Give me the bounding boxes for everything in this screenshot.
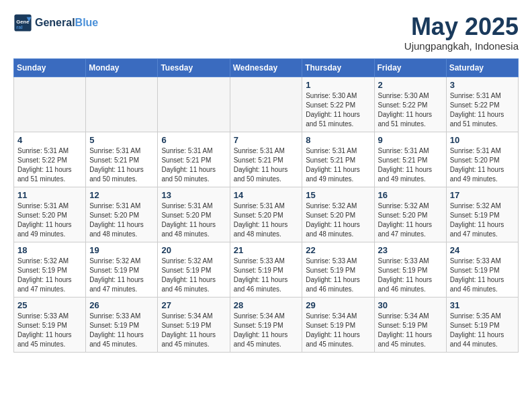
calendar-cell: 13Sunrise: 5:31 AMSunset: 5:20 PMDayligh… [158,187,230,242]
day-info: Sunrise: 5:32 AMSunset: 5:19 PMDaylight:… [161,257,226,294]
day-info: Sunrise: 5:33 AMSunset: 5:19 PMDaylight:… [17,312,82,349]
calendar-cell: 10Sunrise: 5:31 AMSunset: 5:20 PMDayligh… [446,132,518,187]
calendar-cell: 11Sunrise: 5:31 AMSunset: 5:20 PMDayligh… [14,187,86,242]
logo-icon: Gene ral [13,13,32,32]
day-info: Sunrise: 5:30 AMSunset: 5:22 PMDaylight:… [306,91,370,129]
weekday-header-row: SundayMondayTuesdayWednesdayThursdayFrid… [14,58,519,77]
calendar-cell: 7Sunrise: 5:31 AMSunset: 5:21 PMDaylight… [230,132,302,187]
day-number: 21 [234,245,299,255]
calendar-cell [230,77,302,132]
day-number: 30 [378,300,443,310]
calendar-cell: 26Sunrise: 5:33 AMSunset: 5:19 PMDayligh… [86,297,158,352]
day-info: Sunrise: 5:31 AMSunset: 5:21 PMDaylight:… [306,146,370,184]
calendar-cell: 2Sunrise: 5:30 AMSunset: 5:22 PMDaylight… [374,77,446,132]
calendar-cell: 14Sunrise: 5:31 AMSunset: 5:20 PMDayligh… [230,187,302,242]
day-info: Sunrise: 5:33 AMSunset: 5:19 PMDaylight:… [306,257,370,294]
day-number: 22 [306,245,370,255]
day-number: 28 [234,300,299,310]
month-title: May 2025 [404,13,519,40]
weekday-friday: Friday [374,58,446,77]
logo-blue: Blue [75,17,99,28]
logo-general: General [35,17,75,28]
day-number: 14 [234,190,299,200]
day-info: Sunrise: 5:34 AMSunset: 5:19 PMDaylight:… [378,312,443,349]
day-number: 15 [306,190,370,200]
day-number: 23 [378,245,443,255]
calendar-cell: 19Sunrise: 5:32 AMSunset: 5:19 PMDayligh… [86,242,158,297]
calendar-cell [158,77,230,132]
weekday-thursday: Thursday [302,58,374,77]
page-header: Gene ral GeneralBlue May 2025 Ujungpangk… [13,13,519,52]
calendar-cell: 31Sunrise: 5:35 AMSunset: 5:19 PMDayligh… [446,297,518,352]
weekday-sunday: Sunday [14,58,86,77]
day-number: 11 [17,190,82,200]
calendar-cell: 15Sunrise: 5:32 AMSunset: 5:20 PMDayligh… [302,187,374,242]
calendar-cell: 3Sunrise: 5:31 AMSunset: 5:22 PMDaylight… [446,77,518,132]
calendar-week-4: 18Sunrise: 5:32 AMSunset: 5:19 PMDayligh… [14,242,519,297]
day-number: 12 [89,190,154,200]
day-number: 6 [161,135,226,145]
calendar-week-1: 1Sunrise: 5:30 AMSunset: 5:22 PMDaylight… [14,77,519,132]
day-number: 20 [161,245,226,255]
day-number: 25 [17,300,82,310]
day-info: Sunrise: 5:31 AMSunset: 5:20 PMDaylight:… [17,201,82,239]
day-info: Sunrise: 5:31 AMSunset: 5:21 PMDaylight:… [234,146,299,184]
day-info: Sunrise: 5:34 AMSunset: 5:19 PMDaylight:… [161,312,226,349]
calendar-cell: 24Sunrise: 5:33 AMSunset: 5:19 PMDayligh… [446,242,518,297]
calendar-cell: 16Sunrise: 5:32 AMSunset: 5:20 PMDayligh… [374,187,446,242]
day-info: Sunrise: 5:31 AMSunset: 5:20 PMDaylight:… [450,146,515,184]
day-number: 4 [17,135,82,145]
calendar-cell: 1Sunrise: 5:30 AMSunset: 5:22 PMDaylight… [302,77,374,132]
day-number: 19 [89,245,154,255]
day-number: 8 [306,135,370,145]
day-info: Sunrise: 5:31 AMSunset: 5:20 PMDaylight:… [161,201,226,239]
calendar-week-3: 11Sunrise: 5:31 AMSunset: 5:20 PMDayligh… [14,187,519,242]
calendar-cell: 8Sunrise: 5:31 AMSunset: 5:21 PMDaylight… [302,132,374,187]
day-info: Sunrise: 5:32 AMSunset: 5:20 PMDaylight:… [306,201,370,239]
day-info: Sunrise: 5:34 AMSunset: 5:19 PMDaylight:… [306,312,370,349]
day-info: Sunrise: 5:31 AMSunset: 5:21 PMDaylight:… [89,146,154,184]
day-info: Sunrise: 5:33 AMSunset: 5:19 PMDaylight:… [89,312,154,349]
day-number: 17 [450,190,515,200]
weekday-monday: Monday [86,58,158,77]
day-info: Sunrise: 5:30 AMSunset: 5:22 PMDaylight:… [378,91,443,129]
calendar-cell: 9Sunrise: 5:31 AMSunset: 5:21 PMDaylight… [374,132,446,187]
day-number: 13 [161,190,226,200]
calendar-cell: 18Sunrise: 5:32 AMSunset: 5:19 PMDayligh… [14,242,86,297]
calendar-cell: 21Sunrise: 5:33 AMSunset: 5:19 PMDayligh… [230,242,302,297]
day-number: 18 [17,245,82,255]
logo: Gene ral GeneralBlue [13,13,98,32]
day-info: Sunrise: 5:33 AMSunset: 5:19 PMDaylight:… [378,257,443,294]
day-number: 29 [306,300,370,310]
calendar-table: SundayMondayTuesdayWednesdayThursdayFrid… [13,58,519,353]
day-number: 2 [378,80,443,90]
calendar-cell: 17Sunrise: 5:32 AMSunset: 5:19 PMDayligh… [446,187,518,242]
calendar-cell: 27Sunrise: 5:34 AMSunset: 5:19 PMDayligh… [158,297,230,352]
day-info: Sunrise: 5:31 AMSunset: 5:22 PMDaylight:… [450,91,515,129]
weekday-wednesday: Wednesday [230,58,302,77]
day-info: Sunrise: 5:33 AMSunset: 5:19 PMDaylight:… [450,257,515,294]
day-info: Sunrise: 5:31 AMSunset: 5:20 PMDaylight:… [234,201,299,239]
weekday-saturday: Saturday [446,58,518,77]
day-info: Sunrise: 5:32 AMSunset: 5:20 PMDaylight:… [378,201,443,239]
calendar-cell: 30Sunrise: 5:34 AMSunset: 5:19 PMDayligh… [374,297,446,352]
calendar-cell: 6Sunrise: 5:31 AMSunset: 5:21 PMDaylight… [158,132,230,187]
day-info: Sunrise: 5:32 AMSunset: 5:19 PMDaylight:… [450,201,515,239]
calendar-cell: 23Sunrise: 5:33 AMSunset: 5:19 PMDayligh… [374,242,446,297]
day-info: Sunrise: 5:32 AMSunset: 5:19 PMDaylight:… [89,257,154,294]
location: Ujungpangkah, Indonesia [404,40,519,52]
day-number: 3 [450,80,515,90]
calendar-cell: 28Sunrise: 5:34 AMSunset: 5:19 PMDayligh… [230,297,302,352]
weekday-tuesday: Tuesday [158,58,230,77]
day-number: 9 [378,135,443,145]
day-info: Sunrise: 5:31 AMSunset: 5:21 PMDaylight:… [161,146,226,184]
day-info: Sunrise: 5:33 AMSunset: 5:19 PMDaylight:… [234,257,299,294]
calendar-cell: 25Sunrise: 5:33 AMSunset: 5:19 PMDayligh… [14,297,86,352]
day-number: 27 [161,300,226,310]
calendar-cell: 29Sunrise: 5:34 AMSunset: 5:19 PMDayligh… [302,297,374,352]
calendar-week-2: 4Sunrise: 5:31 AMSunset: 5:22 PMDaylight… [14,132,519,187]
calendar-cell: 4Sunrise: 5:31 AMSunset: 5:22 PMDaylight… [14,132,86,187]
title-block: May 2025 Ujungpangkah, Indonesia [404,13,519,52]
day-number: 10 [450,135,515,145]
calendar-cell: 20Sunrise: 5:32 AMSunset: 5:19 PMDayligh… [158,242,230,297]
